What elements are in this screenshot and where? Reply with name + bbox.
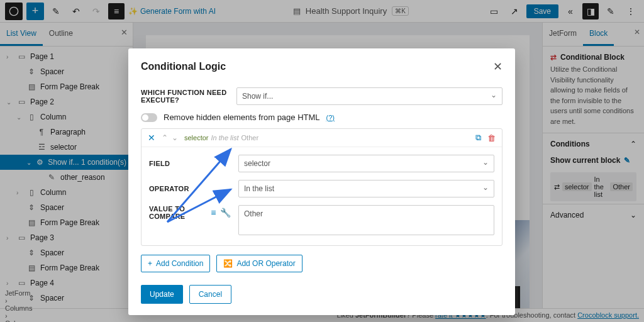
conditional-logic-modal: Conditional Logic ✕ WHICH FUNCTION NEED … (128, 48, 515, 315)
svg-line-2 (167, 189, 231, 222)
cancel-button[interactable]: Cancel (189, 285, 231, 304)
annotation-arrows (128, 48, 515, 275)
update-button[interactable]: Update (141, 285, 183, 304)
svg-line-1 (167, 149, 231, 222)
